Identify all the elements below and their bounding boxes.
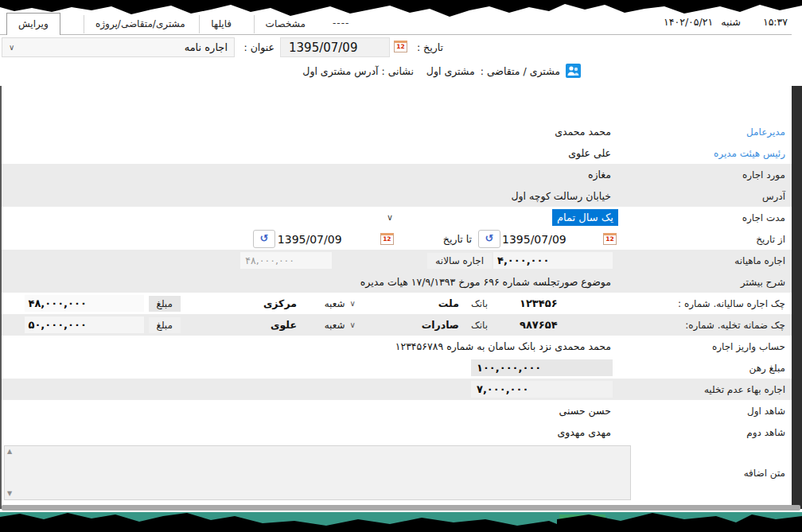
field-value[interactable]: علی علوی xyxy=(568,147,611,159)
form-row-13: شاهد اولحسن حسنی xyxy=(2,400,792,421)
row-values-11: ۱۰۰,۰۰۰,۰۰۰ xyxy=(2,357,631,379)
status-icon xyxy=(559,515,605,530)
tab-2[interactable]: فایلها xyxy=(199,15,243,33)
row-values-2: مغازه xyxy=(2,164,631,185)
refresh-button[interactable]: ↺ xyxy=(253,230,275,248)
row-label-13: شاهد اول xyxy=(631,406,792,417)
row-label-0[interactable]: مدیرعامل xyxy=(631,126,792,138)
row-label-14: شاهد دوم xyxy=(631,427,792,438)
row-label-15: متن اضافه xyxy=(631,468,792,479)
row-values-15: ▲▼ xyxy=(2,443,631,503)
title-label: عنوان : xyxy=(243,41,274,53)
row-label-12: اجاره بهاء عدم تخلیه xyxy=(631,384,792,395)
row-values-14: مهدی مهدوی xyxy=(2,421,631,443)
row-values-1: علی علوی xyxy=(2,142,631,164)
scroll-down-icon[interactable]: ▼ xyxy=(7,491,12,497)
row-values-4: یک سال تمام∨ xyxy=(2,207,631,228)
amount-chip-label: اجاره سالانه xyxy=(427,253,492,269)
calendar-icon[interactable]: 12 xyxy=(380,233,394,245)
form-row-0: مدیرعاملمحمد محمدی xyxy=(2,121,792,142)
field-value[interactable]: محمد محمدی نزد بانک سامان به شماره ۱۲۳۴۵… xyxy=(395,340,611,352)
refresh-button[interactable]: ↺ xyxy=(478,230,500,248)
date-field[interactable]: 1395/07/09 xyxy=(278,233,375,246)
amount-chip-label: مبلغ xyxy=(149,317,181,333)
title-combobox[interactable]: اجاره نامه ∨ xyxy=(2,37,235,57)
bank-name-field[interactable]: علوی xyxy=(241,319,297,331)
date-input[interactable]: 1395/07/09 xyxy=(280,37,390,57)
window-left-edge xyxy=(0,86,2,509)
customer-people-icon xyxy=(566,64,581,78)
branch-combobox[interactable]: ∨شعبه xyxy=(303,320,356,331)
customer-label: مشتری / متقاضی : xyxy=(481,65,560,77)
field-value[interactable]: خیابان رسالت کوچه اول xyxy=(511,190,611,202)
status-bar xyxy=(0,512,802,532)
row-values-3: خیابان رسالت کوچه اول xyxy=(2,185,631,207)
chevron-down-icon[interactable]: ∨ xyxy=(387,212,393,223)
readonly-amount-field: ۴۸,۰۰۰,۰۰۰ xyxy=(240,252,332,269)
form-row-12: اجاره بهاء عدم تخلیه۷,۰۰۰,۰۰۰ xyxy=(2,379,792,400)
date-field[interactable]: 1395/07/09 xyxy=(502,233,598,246)
chevron-down-icon[interactable]: ∨ xyxy=(350,299,356,308)
chevron-down-icon[interactable]: ∨ xyxy=(9,43,14,52)
field-value[interactable]: محمد محمدی xyxy=(555,126,611,138)
field-value[interactable]: حسن حسنی xyxy=(559,405,611,417)
row-label-6: اجاره ماهیانه xyxy=(631,255,792,266)
dashes-placeholder: ---- xyxy=(333,17,349,29)
customer-address: نشانی : آدرس مشتری اول xyxy=(302,65,414,77)
window-right-edge xyxy=(792,86,802,509)
form-row-5: از تاریخ121395/07/09↺تا تاریخ121395/07/0… xyxy=(2,228,792,250)
customer-line: مشتری / متقاضی : مشتری اول xyxy=(426,64,581,78)
row-label-11: مبلغ رهن xyxy=(631,363,792,374)
calendar-icon[interactable]: 12 xyxy=(603,233,617,245)
field-value[interactable]: تا تاریخ xyxy=(443,233,472,245)
extra-text-textarea[interactable]: ▲▼ xyxy=(4,445,631,500)
duration-combobox-value[interactable]: یک سال تمام xyxy=(552,209,618,226)
tab-1[interactable]: مشتری/متقاضی/پروژه xyxy=(84,15,197,33)
bank-label: بانک xyxy=(471,298,488,309)
branch-combobox[interactable]: ∨شعبه xyxy=(303,298,356,309)
bank-label: بانک xyxy=(471,320,488,331)
check-number-field[interactable]: ۱۲۳۴۵۶ xyxy=(520,297,611,309)
row-label-3: آدرس xyxy=(631,191,792,202)
row-values-5: 121395/07/09↺تا تاریخ121395/07/09↺ xyxy=(2,228,631,250)
tab-strip: ---- ویرایشمشتری/متقاضی/پروژهفایلهامشخصا… xyxy=(0,13,792,35)
form-row-1: رئیس هیئت مدیرهعلی علوی xyxy=(2,142,792,164)
bank-name-field[interactable]: مرکزی xyxy=(241,297,297,309)
chevron-down-icon[interactable]: ∨ xyxy=(350,320,356,329)
bank-name-field[interactable]: صادرات xyxy=(387,319,459,331)
form-row-7: شرح بیشترموضوع صورتجلسه شماره ۶۹۶ مورخ ۱… xyxy=(2,271,792,293)
row-values-10: محمد محمدی نزد بانک سامان به شماره ۱۲۳۴۵… xyxy=(2,336,631,357)
row-label-1[interactable]: رئیس هیئت مدیره xyxy=(631,148,792,159)
amount-field[interactable]: ۵۰,۰۰۰,۰۰۰ xyxy=(25,316,144,333)
field-value[interactable]: مغازه xyxy=(588,169,611,181)
amount-field[interactable]: ۷,۰۰۰,۰۰۰ xyxy=(471,381,613,398)
amount-field[interactable]: ۴,۰۰۰,۰۰۰ xyxy=(493,252,613,269)
row-label-7: شرح بیشتر xyxy=(631,277,792,288)
row-label-9: چک ضمانه تخلیه. شماره: xyxy=(631,320,792,331)
form-row-3: آدرسخیابان رسالت کوچه اول xyxy=(2,185,792,207)
address-label: نشانی : xyxy=(381,65,414,77)
check-number-field[interactable]: ۹۸۷۶۵۴ xyxy=(520,319,611,331)
row-values-12: ۷,۰۰۰,۰۰۰ xyxy=(2,379,631,400)
date-label: تاریخ : xyxy=(417,41,443,53)
scroll-up-icon[interactable]: ▲ xyxy=(7,449,12,455)
field-value[interactable]: موضوع صورتجلسه شماره ۶۹۶ مورخ ۱۷/۹/۱۳۹۳ … xyxy=(360,276,611,288)
row-values-0: محمد محمدی xyxy=(2,121,631,142)
row-values-13: حسن حسنی xyxy=(2,400,631,421)
bank-name-field[interactable]: ملت xyxy=(387,297,459,309)
form-row-2: مورد اجارهمغازه xyxy=(2,164,792,185)
field-value[interactable]: مهدی مهدوی xyxy=(557,426,611,438)
row-label-2: مورد اجاره xyxy=(631,169,792,181)
title-combobox-value: اجاره نامه xyxy=(185,41,228,53)
amount-field[interactable]: ۴۸,۰۰۰,۰۰۰ xyxy=(25,295,144,312)
calendar-icon[interactable]: 12 xyxy=(394,41,407,52)
row-values-9: ۹۸۷۶۵۴بانکصادرات∨شعبهعلویمبلغ۵۰,۰۰۰,۰۰۰ xyxy=(2,314,631,336)
amount-field[interactable]: ۱۰۰,۰۰۰,۰۰۰ xyxy=(471,359,613,376)
tab-3[interactable]: مشخصات xyxy=(254,15,317,33)
customer-value: مشتری اول xyxy=(426,65,475,77)
row-values-6: ۴,۰۰۰,۰۰۰اجاره سالانه۴۸,۰۰۰,۰۰۰ xyxy=(2,250,631,271)
row-values-8: ۱۲۳۴۵۶بانکملت∨شعبهمرکزیمبلغ۴۸,۰۰۰,۰۰۰ xyxy=(2,293,631,314)
horizontal-scrollbar[interactable] xyxy=(2,505,800,511)
tab-0[interactable]: ویرایش xyxy=(6,13,60,35)
branch-combobox-label: شعبه xyxy=(325,298,345,309)
